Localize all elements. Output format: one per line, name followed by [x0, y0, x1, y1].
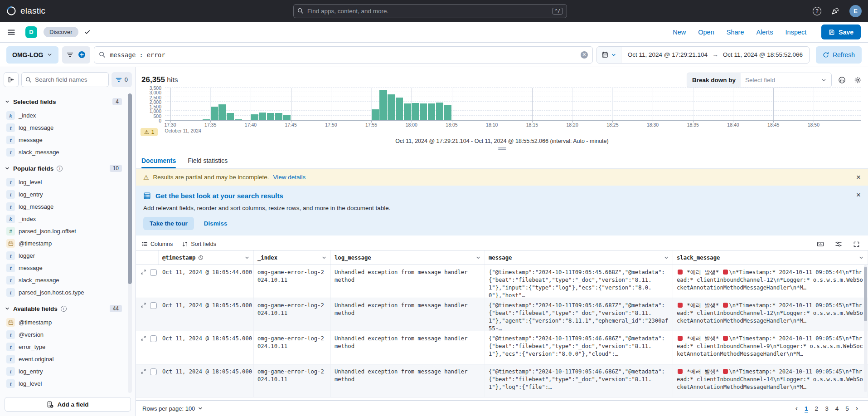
grid-header-_index[interactable]: _index	[254, 250, 331, 265]
field-item-@timestamp[interactable]: @timestamp	[5, 316, 122, 329]
rows-per-page-select[interactable]: Rows per page: 100	[142, 405, 203, 412]
row-checkbox[interactable]	[150, 368, 157, 375]
grid-header-message[interactable]: message	[485, 250, 673, 265]
grid-scrollbar[interactable]	[864, 265, 867, 392]
histogram-bar[interactable]	[251, 114, 258, 120]
histogram-bar[interactable]	[428, 103, 435, 120]
filter-icon[interactable]	[67, 51, 73, 58]
breakdown-select[interactable]: Select field	[741, 73, 831, 87]
field-item-_index[interactable]: k_index	[5, 109, 122, 122]
page-number-3[interactable]: 3	[825, 405, 829, 412]
histogram-bar[interactable]	[275, 113, 282, 120]
previous-page-icon[interactable]: ‹	[795, 404, 798, 412]
add-filter-icon[interactable]	[78, 51, 86, 59]
field-item-message[interactable]: tmessage	[5, 134, 122, 146]
tab-field-statistics[interactable]: Field statistics	[188, 157, 228, 168]
page-number-1[interactable]: 1	[805, 405, 808, 412]
field-section-header[interactable]: Available fieldsi44	[5, 305, 122, 312]
alerts-button[interactable]: Alerts	[756, 29, 773, 36]
row-checkbox[interactable]	[150, 302, 157, 309]
field-item-@version[interactable]: t@version	[5, 329, 122, 341]
field-item-_index[interactable]: k_index	[5, 213, 122, 225]
field-type-filter-button[interactable]: 0	[112, 72, 132, 87]
field-item-log_level[interactable]: tlog_level	[5, 176, 122, 188]
refresh-button[interactable]: Refresh	[816, 46, 862, 64]
field-item-slack_message[interactable]: tslack_message	[5, 146, 122, 158]
column-actions-icon[interactable]	[244, 255, 250, 260]
row-checkbox[interactable]	[150, 335, 157, 342]
dismiss-button[interactable]: Dismiss	[204, 220, 228, 227]
user-avatar[interactable]: E	[849, 5, 862, 17]
histogram-bar[interactable]	[283, 115, 290, 120]
field-item-message[interactable]: tmessage	[5, 262, 122, 274]
clear-query-icon[interactable]: ✕	[581, 51, 588, 59]
histogram-bar[interactable]	[444, 105, 451, 120]
histogram-bar[interactable]	[259, 113, 266, 120]
new-button[interactable]: New	[673, 29, 686, 36]
grid-header-log_message[interactable]: log_message	[331, 250, 485, 265]
inspect-button[interactable]: Inspect	[786, 29, 807, 36]
histogram-bar[interactable]	[227, 113, 234, 120]
histogram-bar[interactable]	[203, 119, 210, 120]
expand-document-icon[interactable]	[141, 302, 146, 308]
field-item-log_entry[interactable]: tlog_entry	[5, 188, 122, 201]
view-details-link[interactable]: View details	[273, 174, 305, 181]
add-field-button[interactable]: Add a field	[5, 397, 131, 412]
open-button[interactable]: Open	[698, 29, 714, 36]
close-icon[interactable]: ×	[856, 173, 861, 181]
column-actions-icon[interactable]	[858, 255, 864, 260]
chart-options-gear-icon[interactable]	[854, 76, 862, 84]
collapse-sidebar-button[interactable]	[4, 72, 19, 87]
grid-header-timestamp[interactable]: @timestamp	[159, 250, 254, 265]
histogram-bar[interactable]	[436, 103, 443, 120]
histogram-bar[interactable]	[388, 94, 395, 120]
field-item-@timestamp[interactable]: @timestamp	[5, 237, 122, 250]
field-item-log_entry[interactable]: tlog_entry	[5, 365, 122, 378]
field-item-log_message[interactable]: tlog_message	[5, 201, 122, 213]
tab-documents[interactable]: Documents	[141, 157, 176, 168]
date-to[interactable]: Oct 11, 2024 @ 18:55:52.066	[723, 51, 803, 58]
newsfeed-icon[interactable]	[831, 7, 839, 15]
help-icon[interactable]: ?	[813, 7, 821, 15]
column-actions-icon[interactable]	[664, 255, 669, 260]
global-search-input[interactable]: Find apps, content, and more. ^/	[293, 4, 567, 18]
display-options-icon[interactable]	[835, 240, 842, 248]
share-button[interactable]: Share	[727, 29, 744, 36]
field-item-error_type[interactable]: terror_type	[5, 341, 122, 353]
histogram-bar[interactable]	[235, 119, 242, 120]
histogram-bar[interactable]	[211, 107, 218, 120]
field-item-parsed_json.host.os.type[interactable]: tparsed_json.host.os.type	[5, 286, 122, 299]
close-icon[interactable]: ×	[856, 191, 861, 199]
expand-document-icon[interactable]	[141, 368, 146, 374]
field-item-event.original[interactable]: tevent.original	[5, 353, 122, 365]
grid-header-slack_message[interactable]: slack_message	[673, 250, 868, 265]
histogram-bar[interactable]	[372, 109, 379, 120]
data-view-picker[interactable]: OMG-LOG	[6, 46, 58, 64]
column-actions-icon[interactable]	[321, 255, 327, 260]
columns-button[interactable]: Columns	[141, 241, 173, 247]
query-input[interactable]: message : error ✕	[94, 46, 592, 64]
field-item-log_level[interactable]: tlog_level	[5, 378, 122, 390]
field-item-log_message[interactable]: tlog_message	[5, 122, 122, 134]
chart-resize-handle[interactable]	[498, 147, 506, 150]
save-button[interactable]: Save	[821, 25, 861, 39]
field-item-slack_message[interactable]: tslack_message	[5, 274, 122, 286]
sidebar-scrollbar[interactable]	[128, 93, 132, 393]
space-badge[interactable]: D	[25, 26, 37, 38]
keyboard-shortcuts-icon[interactable]	[817, 240, 824, 248]
field-section-header[interactable]: Selected fields4	[5, 98, 122, 105]
histogram-bar[interactable]	[420, 103, 427, 120]
histogram-bar[interactable]	[412, 103, 419, 120]
histogram-bar[interactable]	[404, 103, 411, 120]
sort-fields-button[interactable]: Sort fields	[182, 241, 216, 247]
histogram-bar[interactable]	[267, 113, 274, 120]
breadcrumb[interactable]: Discover	[44, 27, 78, 37]
field-item-parsed_json.log.offset[interactable]: #parsed_json.log.offset	[5, 225, 122, 237]
histogram-plot[interactable]	[165, 88, 861, 121]
histogram-bar[interactable]	[396, 98, 403, 120]
page-number-4[interactable]: 4	[835, 405, 839, 412]
edit-visualization-icon[interactable]	[838, 76, 846, 84]
field-item-logger[interactable]: tlogger	[5, 250, 122, 262]
row-checkbox[interactable]	[150, 269, 157, 276]
page-number-2[interactable]: 2	[815, 405, 819, 412]
